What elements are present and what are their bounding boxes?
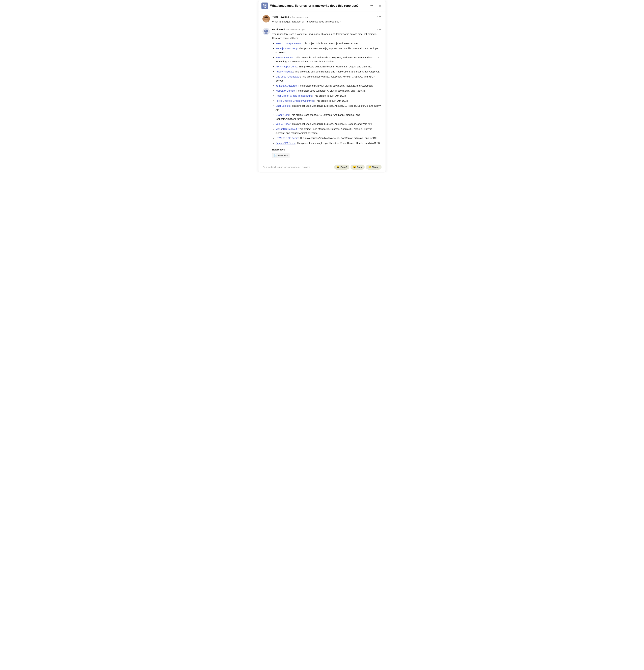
app-logo bbox=[261, 2, 268, 9]
list-item: Webpack Demos: This project uses Webpack… bbox=[276, 89, 381, 93]
svg-point-10 bbox=[267, 30, 267, 31]
list-item-description: : This project is built with Vanilla Jav… bbox=[297, 84, 373, 87]
user-message-body: Tyler Hawkins a few seconds ago ••• What… bbox=[272, 15, 381, 24]
user-author: Tyler Hawkins bbox=[272, 15, 289, 19]
svg-rect-11 bbox=[265, 32, 267, 32]
user-message-meta: Tyler Hawkins a few seconds ago ••• bbox=[272, 15, 381, 19]
more-options-button[interactable]: ••• bbox=[368, 3, 375, 9]
list-item-link[interactable]: JS Data Structures bbox=[276, 84, 297, 87]
feedback-emoji: 😊 bbox=[336, 165, 340, 169]
feedback-emoji: 😐 bbox=[353, 165, 356, 169]
list-item-description: : This project is built with D3.js. bbox=[312, 94, 347, 97]
user-more-button[interactable]: ••• bbox=[377, 15, 381, 18]
list-item: Puppy Playdate: This project is built wi… bbox=[276, 70, 381, 73]
svg-point-13 bbox=[266, 28, 267, 29]
references-title: References bbox=[272, 148, 381, 151]
feedback-label: Okay bbox=[357, 166, 362, 169]
reference-item[interactable]: 📄index.html bbox=[272, 153, 290, 158]
footer: Your feedback improves your answers. Thi… bbox=[258, 162, 386, 172]
list-item: React Concepts Demo: This project is bui… bbox=[276, 41, 381, 45]
header: What languages, libraries, or frameworks… bbox=[258, 0, 386, 12]
list-item: Node.js Event Loop: This project uses No… bbox=[276, 46, 381, 54]
list-item: Heat Map of Global Temperature: This pro… bbox=[276, 94, 381, 98]
list-item-description: : This project uses MongoDB, Express, An… bbox=[291, 122, 372, 125]
list-item-link[interactable]: Node.js Event Loop bbox=[276, 47, 297, 50]
feedback-emoji: 😟 bbox=[368, 165, 372, 169]
footer-feedback-text: Your feedback improves your answers. Thi… bbox=[263, 165, 310, 169]
feedback-label: Wrong bbox=[372, 166, 379, 169]
list-item: MongoDBBreakout: This project uses Mongo… bbox=[276, 127, 381, 135]
list-item-description: : This project uses single-spa, React.js… bbox=[295, 142, 380, 145]
user-message: Tyler Hawkins a few seconds ago ••• What… bbox=[263, 15, 381, 24]
header-divider bbox=[376, 4, 376, 8]
list-item-link[interactable]: React Concepts Demo bbox=[276, 42, 301, 45]
close-button[interactable]: × bbox=[377, 3, 383, 9]
list-item-link[interactable]: Heat Map of Global Temperature bbox=[276, 94, 312, 97]
messages-container: Tyler Hawkins a few seconds ago ••• What… bbox=[258, 12, 386, 162]
bot-message-body: Unblocked a few seconds ago ••• The repo… bbox=[272, 28, 381, 159]
list-item-link[interactable]: Chat Sockets bbox=[276, 104, 291, 107]
file-icon: 📄 bbox=[274, 154, 277, 157]
user-message-text: What languages, libraries, or frameworks… bbox=[272, 19, 381, 24]
feedback-wrong-button[interactable]: 😟Wrong bbox=[366, 164, 381, 170]
list-item: Force Directed Graph of Countries: This … bbox=[276, 99, 381, 103]
user-avatar bbox=[263, 15, 270, 23]
feedback-okay-button[interactable]: 😐Okay bbox=[350, 164, 365, 170]
list-item-link[interactable]: API Wrapper Demo bbox=[276, 65, 297, 68]
list-item: NES Games API: This project is built wit… bbox=[276, 55, 381, 64]
bot-message-text: The repository uses a variety of languag… bbox=[272, 32, 381, 158]
list-item-link[interactable]: NES Games API bbox=[276, 56, 294, 59]
references-section: References 📄index.html bbox=[272, 148, 381, 158]
list-item-description: : This project is built with React.js an… bbox=[301, 42, 359, 45]
bot-more-button[interactable]: ••• bbox=[377, 28, 381, 31]
bot-author: Unblocked bbox=[272, 28, 285, 31]
list-item: Qrappy Bird: This project uses MongoDB, … bbox=[276, 113, 381, 121]
list-item-link[interactable]: MongoDBBreakout bbox=[276, 128, 297, 130]
list-item-link[interactable]: Force Directed Graph of Countries bbox=[276, 99, 314, 102]
header-actions: ••• × bbox=[368, 3, 383, 9]
list-item-link[interactable]: Dad Joke "Dadabase" bbox=[276, 75, 300, 78]
list-item: Single-SPA Demo: This project uses singl… bbox=[276, 141, 381, 145]
list-item-link[interactable]: Venue Finder bbox=[276, 122, 291, 125]
list-item: Venue Finder: This project uses MongoDB,… bbox=[276, 122, 381, 126]
bot-message: Unblocked a few seconds ago ••• The repo… bbox=[263, 28, 381, 159]
feedback-great-button[interactable]: 😊Great! bbox=[334, 164, 349, 170]
list-item: HTML to PDF Demo: This project uses Vani… bbox=[276, 136, 381, 140]
list-item-link[interactable]: Single-SPA Demo bbox=[276, 142, 295, 145]
bot-avatar bbox=[263, 28, 270, 35]
list-item-description: : This project is built with D3.js. bbox=[314, 99, 349, 102]
list-item-description: : This project uses Webpack 4, Vanilla J… bbox=[295, 89, 366, 92]
feedback-buttons: 😊Great!😐Okay😟Wrong bbox=[334, 164, 381, 170]
bot-time: a few seconds ago bbox=[286, 28, 305, 31]
list-item-link[interactable]: Webpack Demos bbox=[276, 89, 295, 92]
list-item-link[interactable]: HTML to PDF Demo bbox=[276, 136, 298, 139]
svg-rect-15 bbox=[264, 32, 265, 34]
list-item-description: : This project is built with React.js, M… bbox=[297, 65, 372, 68]
references-container: 📄index.html bbox=[272, 153, 381, 158]
list-item-description: : This project uses MongoDB, Express, An… bbox=[276, 104, 381, 111]
list-item: JS Data Structures: This project is buil… bbox=[276, 84, 381, 88]
list-item: API Wrapper Demo: This project is built … bbox=[276, 65, 381, 69]
list-item-link[interactable]: Qrappy Bird bbox=[276, 113, 289, 116]
svg-point-9 bbox=[265, 30, 266, 31]
list-item-description: : This project uses Vanilla JavaScript, … bbox=[298, 136, 377, 139]
bot-items-list: React Concepts Demo: This project is bui… bbox=[276, 41, 381, 145]
reference-filename: index.html bbox=[278, 154, 287, 157]
bot-intro: The repository uses a variety of languag… bbox=[272, 32, 381, 40]
bot-message-meta: Unblocked a few seconds ago ••• bbox=[272, 28, 381, 31]
user-time: a few seconds ago bbox=[290, 15, 308, 19]
feedback-label: Great! bbox=[340, 166, 347, 169]
chat-window: What languages, libraries, or frameworks… bbox=[258, 0, 386, 172]
svg-rect-16 bbox=[268, 32, 268, 34]
list-item-link[interactable]: Puppy Playdate bbox=[276, 70, 293, 73]
list-item-description: : This project is built with React.js an… bbox=[293, 70, 380, 73]
header-title: What languages, libraries, or frameworks… bbox=[270, 4, 366, 8]
list-item: Dad Joke "Dadabase": This project uses V… bbox=[276, 75, 381, 83]
svg-rect-14 bbox=[265, 32, 268, 34]
list-item: Chat Sockets: This project uses MongoDB,… bbox=[276, 104, 381, 112]
